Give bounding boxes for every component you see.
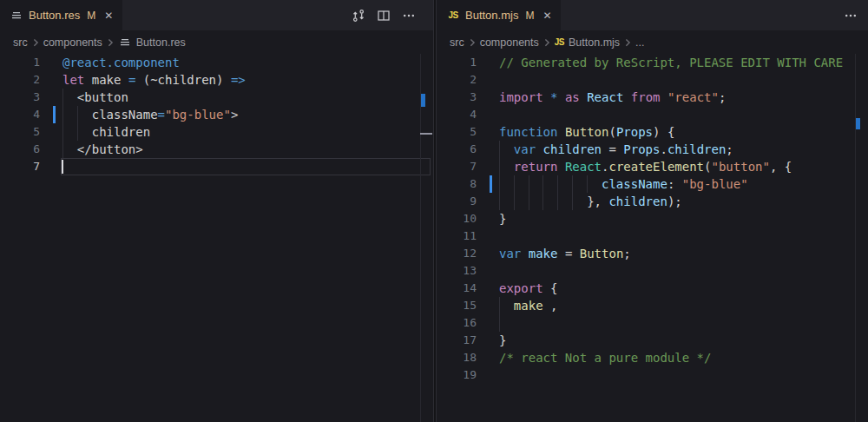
code-line[interactable]: // Generated by ReScript, PLEASE EDIT WI… xyxy=(499,54,843,71)
chevron-right-icon xyxy=(30,37,41,48)
code-line[interactable]: className="bg-blue"> xyxy=(62,106,238,123)
code-line[interactable]: children xyxy=(62,123,150,141)
code-token: createElement xyxy=(608,160,704,174)
split-editor-button[interactable] xyxy=(377,9,391,23)
breadcrumb-item[interactable]: Button.res xyxy=(118,36,186,49)
code-line[interactable]: var children = Props.children; xyxy=(499,141,733,158)
code-token: React xyxy=(587,90,623,104)
code-token: // Generated by ReScript, PLEASE EDIT WI… xyxy=(499,56,843,69)
tab-bar: Button.res M ✕ xyxy=(0,0,433,30)
more-actions-button[interactable] xyxy=(402,9,416,23)
line-number[interactable]: 6 xyxy=(437,141,477,158)
breadcrumb: srccomponentsButton.res xyxy=(0,30,433,54)
line-number[interactable]: 15 xyxy=(437,297,477,314)
code-line[interactable]: }, children); xyxy=(499,193,682,210)
breadcrumb-item[interactable]: ... xyxy=(635,36,644,49)
code-token xyxy=(499,160,514,174)
line-number[interactable]: 7 xyxy=(437,158,477,175)
code-line[interactable]: var make = Button; xyxy=(499,245,631,262)
line-number[interactable]: 19 xyxy=(437,366,477,384)
line-number[interactable]: 14 xyxy=(437,280,477,297)
file-lines-icon xyxy=(118,36,132,49)
code-token: className xyxy=(62,108,158,122)
code-token: ; xyxy=(726,142,733,156)
line-number[interactable]: 3 xyxy=(437,89,477,106)
line-number[interactable]: 1 xyxy=(0,54,40,71)
code-line[interactable]: } xyxy=(499,210,506,227)
code-token: = xyxy=(557,247,579,260)
line-number[interactable]: 2 xyxy=(0,71,40,89)
breadcrumb-item[interactable]: src xyxy=(450,36,464,49)
close-icon[interactable]: ✕ xyxy=(104,10,113,21)
line-number[interactable]: 11 xyxy=(437,227,477,245)
code-token: children xyxy=(608,195,667,208)
code-line[interactable]: return React.createElement("button", { xyxy=(499,158,792,175)
code-token: let xyxy=(62,73,84,87)
close-icon[interactable]: ✕ xyxy=(542,10,551,21)
file-lines-icon xyxy=(10,9,23,23)
line-number[interactable]: 8 xyxy=(437,175,477,193)
text-cursor[interactable] xyxy=(62,160,63,174)
tab-button-res[interactable]: Button.res M ✕ xyxy=(0,0,122,30)
line-number[interactable]: 7 xyxy=(0,158,40,175)
breadcrumb-item[interactable]: src xyxy=(13,36,28,49)
code-token: > xyxy=(231,108,238,122)
code-line[interactable]: } xyxy=(499,332,506,349)
line-number[interactable]: 12 xyxy=(437,245,477,262)
code-editor-javascript[interactable]: 1// Generated by ReScript, PLEASE EDIT W… xyxy=(437,54,868,422)
js-icon: JS xyxy=(448,10,457,20)
line-number[interactable]: 6 xyxy=(0,141,40,158)
code-token: ); xyxy=(667,195,682,208)
overview-ruler-cursor-marker xyxy=(420,133,432,135)
line-number[interactable]: 18 xyxy=(437,349,477,366)
code-line[interactable]: import * as React from "react"; xyxy=(499,89,726,106)
code-token: function xyxy=(499,125,557,139)
modified-badge: M xyxy=(87,10,95,22)
code-token: var xyxy=(499,247,521,260)
code-line[interactable]: className: "bg-blue" xyxy=(499,175,748,193)
js-icon: JS xyxy=(555,37,564,47)
breadcrumb-item[interactable]: components xyxy=(43,36,102,49)
breadcrumb-item[interactable]: components xyxy=(480,36,539,49)
line-number[interactable]: 16 xyxy=(437,314,477,332)
code-token: => xyxy=(231,73,246,87)
editor-pane-right: JS Button.mjs M ✕ srccomponentsJSButton.… xyxy=(436,0,868,422)
code-token: , { xyxy=(770,160,792,174)
code-token xyxy=(623,90,630,104)
code-line[interactable]: make , xyxy=(499,297,557,314)
tab-button-mjs[interactable]: JS Button.mjs M ✕ xyxy=(437,0,561,30)
code-line[interactable]: <button xyxy=(62,89,128,106)
code-token xyxy=(661,90,667,104)
line-number[interactable]: 13 xyxy=(437,262,477,280)
code-line[interactable]: function Button(Props) { xyxy=(499,123,674,141)
line-number[interactable]: 4 xyxy=(437,106,477,123)
code-line[interactable]: @react.component xyxy=(62,54,180,71)
code-editor-rescript[interactable]: 1@react.component2let make = (~children)… xyxy=(0,54,433,422)
breadcrumb-separator-icon xyxy=(467,37,477,48)
compare-changes-button[interactable] xyxy=(352,9,365,23)
line-number[interactable]: 9 xyxy=(437,193,477,210)
line-number[interactable]: 4 xyxy=(0,106,40,123)
breadcrumb-item[interactable]: JSButton.mjs xyxy=(555,36,620,49)
line-number[interactable]: 5 xyxy=(0,123,40,141)
code-line[interactable]: </button> xyxy=(62,141,143,158)
code-token: "button" xyxy=(711,160,769,174)
chevron-right-icon xyxy=(622,37,633,48)
code-line[interactable]: /* react Not a pure module */ xyxy=(499,349,711,366)
more-actions-icon xyxy=(402,9,416,23)
chevron-right-icon xyxy=(467,37,477,48)
line-number[interactable]: 17 xyxy=(437,332,477,349)
code-line[interactable]: export { xyxy=(499,280,557,297)
line-number[interactable]: 3 xyxy=(0,89,40,106)
code-token: make xyxy=(529,247,558,260)
line-number[interactable]: 2 xyxy=(437,71,477,89)
line-number[interactable]: 5 xyxy=(437,123,477,141)
code-token: Button xyxy=(580,247,624,260)
more-actions-button[interactable] xyxy=(844,9,858,23)
code-token: }, xyxy=(499,195,608,208)
code-token: return xyxy=(514,160,558,174)
code-token xyxy=(543,90,550,104)
line-number[interactable]: 10 xyxy=(437,210,477,227)
line-number[interactable]: 1 xyxy=(437,54,477,71)
code-line[interactable]: let make = (~children) => xyxy=(62,71,246,89)
